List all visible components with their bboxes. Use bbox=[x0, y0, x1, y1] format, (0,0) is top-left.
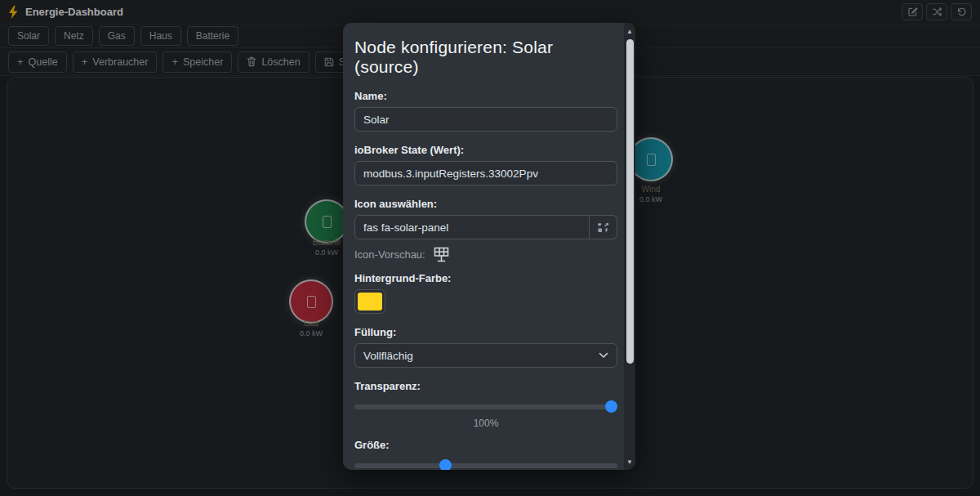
fill-select-value: Vollflächig bbox=[363, 350, 413, 362]
icon-input[interactable] bbox=[354, 215, 590, 239]
scrollbar-thumb[interactable] bbox=[626, 39, 634, 364]
slider-track bbox=[354, 463, 617, 468]
bg-color-label: Hintergrund-Farbe: bbox=[354, 272, 617, 284]
state-label: ioBroker State (Wert): bbox=[354, 144, 617, 156]
transparency-label: Transparenz: bbox=[354, 380, 617, 392]
state-input[interactable] bbox=[354, 161, 617, 185]
modal-scrollbar[interactable]: ▲ ▼ bbox=[624, 23, 635, 470]
color-swatch bbox=[358, 293, 382, 311]
icon-picker-button[interactable] bbox=[590, 215, 617, 239]
icon-label: Icon auswählen: bbox=[354, 198, 617, 210]
icon-preview-row: Icon-Vorschau: bbox=[354, 247, 617, 262]
icons-grid-icon bbox=[598, 222, 609, 233]
name-input[interactable] bbox=[354, 107, 617, 132]
dialog-title: Node konfigurieren: Solar (source) bbox=[354, 38, 617, 77]
name-label: Name: bbox=[354, 90, 617, 102]
size-label: Größe: bbox=[354, 439, 617, 451]
app: Energie-Dashboard bbox=[0, 0, 980, 496]
node-config-dialog: Node konfigurieren: Solar (source) Name:… bbox=[343, 23, 635, 470]
scroll-down-icon[interactable]: ▼ bbox=[624, 456, 635, 467]
icon-preview-label: Icon-Vorschau: bbox=[354, 248, 425, 261]
size-slider[interactable] bbox=[354, 459, 617, 470]
scroll-up-icon[interactable]: ▲ bbox=[624, 25, 635, 37]
transparency-slider[interactable] bbox=[354, 400, 617, 413]
fill-label: Füllung: bbox=[354, 326, 617, 338]
transparency-value: 100% bbox=[354, 418, 617, 429]
slider-thumb[interactable] bbox=[439, 459, 452, 470]
slider-track bbox=[354, 404, 617, 409]
color-picker[interactable] bbox=[354, 289, 385, 314]
fill-select[interactable]: Vollflächig bbox=[354, 343, 617, 368]
solar-panel-icon bbox=[433, 247, 450, 262]
chevron-down-icon bbox=[599, 352, 608, 359]
slider-thumb[interactable] bbox=[605, 400, 617, 413]
icon-input-group bbox=[354, 215, 617, 239]
